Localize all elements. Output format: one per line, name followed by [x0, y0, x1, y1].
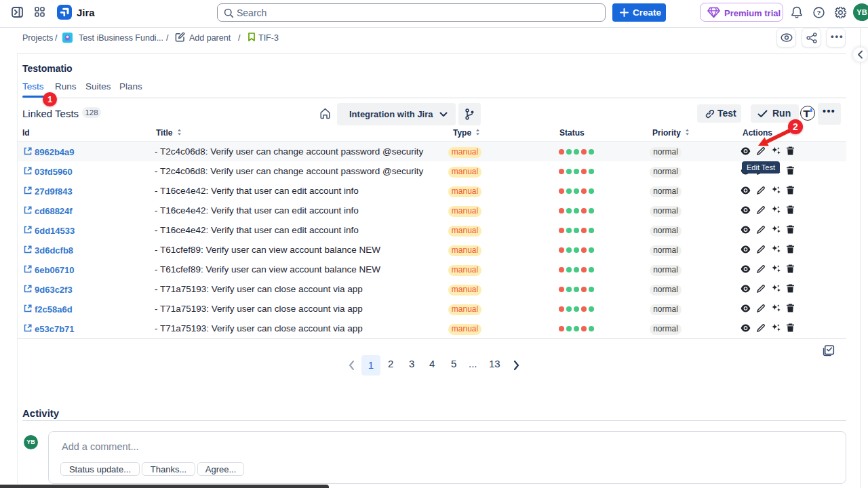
- svg-text:?: ?: [817, 9, 821, 16]
